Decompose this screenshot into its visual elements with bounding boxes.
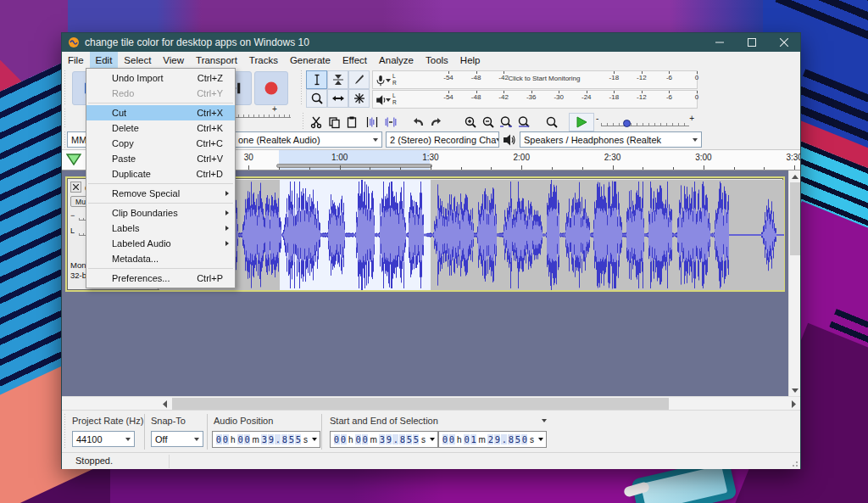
timeline-pin-icon[interactable] bbox=[66, 154, 81, 165]
menu-transport[interactable]: Transport bbox=[190, 52, 243, 68]
playback-device-dropdown[interactable]: Speakers / Headphones (Realtek bbox=[520, 131, 702, 148]
status-text: Stopped. bbox=[75, 455, 113, 466]
track-close-button[interactable] bbox=[70, 182, 81, 193]
bg-top-strip bbox=[51, 0, 805, 32]
zoom-in-button[interactable] bbox=[461, 113, 479, 131]
menu-item-paste[interactable]: PasteCtrl+V bbox=[86, 151, 235, 166]
speed-minus-label: - bbox=[596, 114, 598, 123]
snap-to-dropdown[interactable]: Off bbox=[151, 431, 203, 447]
trim-outside-button[interactable] bbox=[363, 113, 381, 131]
horizontal-scrollbar[interactable] bbox=[62, 396, 800, 410]
meter-microphone-icon bbox=[376, 75, 386, 87]
meter-speaker-icon bbox=[376, 94, 386, 106]
close-button[interactable] bbox=[768, 33, 800, 52]
menu-item-metadata[interactable]: Metadata... bbox=[86, 251, 235, 266]
selection-toolbar: Project Rate (Hz) 44100 Snap-To Off Audi… bbox=[62, 410, 800, 452]
menu-tracks[interactable]: Tracks bbox=[243, 52, 284, 68]
menu-separator bbox=[88, 103, 233, 103]
play-at-speed-button[interactable] bbox=[569, 113, 594, 131]
zoom-toggle-button[interactable] bbox=[542, 113, 560, 131]
menu-separator bbox=[88, 183, 233, 184]
audio-position-field[interactable]: 00h00m39.855s bbox=[212, 431, 320, 448]
timeline-label: 3:30 bbox=[786, 153, 800, 162]
menu-effect[interactable]: Effect bbox=[337, 52, 373, 68]
waveform[interactable] bbox=[159, 180, 784, 290]
scroll-up-arrow[interactable] bbox=[789, 170, 801, 182]
cut-button[interactable] bbox=[307, 113, 325, 131]
envelope-tool-button[interactable] bbox=[327, 70, 348, 89]
menu-item-labeled-audio[interactable]: Labeled Audio bbox=[86, 236, 235, 251]
speaker-icon bbox=[503, 133, 516, 147]
menu-item-redo[interactable]: RedoCtrl+Y bbox=[86, 86, 235, 101]
time-shift-tool-button[interactable] bbox=[327, 89, 348, 108]
menu-edit[interactable]: Edit bbox=[90, 52, 119, 68]
speed-slider-thumb[interactable] bbox=[623, 120, 631, 127]
vertical-scrollbar[interactable] bbox=[788, 170, 800, 396]
audacity-window: change tile color for desktop apps on Wi… bbox=[61, 32, 801, 469]
meter-dropdown-arrow bbox=[386, 98, 391, 102]
recording-channels-dropdown[interactable]: 2 (Stereo) Recording Cha bbox=[386, 131, 499, 148]
menu-separator bbox=[88, 203, 233, 204]
monitoring-message: Click to Start Monitoring bbox=[509, 75, 581, 82]
record-button[interactable] bbox=[254, 71, 288, 105]
menu-view[interactable]: View bbox=[157, 52, 190, 68]
playback-volume-plus: + bbox=[272, 104, 277, 114]
menu-item-labels[interactable]: Labels bbox=[86, 221, 235, 236]
timeline-label: 1:00 bbox=[331, 153, 348, 162]
menu-select[interactable]: Select bbox=[118, 52, 157, 68]
menu-item-undo-import[interactable]: Undo ImportCtrl+Z bbox=[86, 70, 235, 86]
menu-item-remove-special[interactable]: Remove Special bbox=[86, 186, 235, 201]
menu-separator bbox=[88, 268, 233, 269]
minimize-button[interactable] bbox=[704, 33, 736, 52]
selection-start-field[interactable]: 00h00m39.855s bbox=[330, 431, 438, 448]
snap-to-label: Snap-To bbox=[151, 416, 186, 426]
scroll-right-arrow[interactable] bbox=[787, 397, 800, 411]
title-bar[interactable]: change tile color for desktop apps on Wi… bbox=[62, 33, 800, 52]
menu-item-delete[interactable]: DeleteCtrl+K bbox=[86, 120, 235, 136]
draw-tool-button[interactable] bbox=[348, 70, 370, 89]
menu-analyze[interactable]: Analyze bbox=[373, 52, 420, 68]
resize-grip-icon[interactable] bbox=[790, 459, 798, 467]
undo-button[interactable] bbox=[409, 113, 426, 131]
maximize-button[interactable] bbox=[736, 33, 768, 52]
menu-help[interactable]: Help bbox=[454, 52, 487, 68]
window-title: change tile color for desktop apps on Wi… bbox=[85, 36, 309, 48]
edit-menu-dropdown: Undo ImportCtrl+ZRedoCtrl+YCutCtrl+XDele… bbox=[86, 68, 236, 288]
menu-item-duplicate[interactable]: DuplicateCtrl+D bbox=[86, 166, 235, 182]
project-rate-dropdown[interactable]: 44100 bbox=[72, 431, 135, 447]
zoom-selection-button[interactable] bbox=[497, 113, 515, 131]
selection-end-field[interactable]: 00h01m29.850s bbox=[438, 431, 547, 448]
timeline-label: 30 bbox=[244, 153, 253, 162]
redo-button[interactable] bbox=[427, 113, 445, 131]
silence-button[interactable] bbox=[381, 113, 399, 131]
speed-plus-label: + bbox=[689, 114, 694, 123]
zoom-tool-button[interactable] bbox=[306, 89, 327, 108]
timeline-label: 1:30 bbox=[422, 153, 438, 162]
scroll-down-arrow[interactable] bbox=[789, 384, 801, 396]
copy-button[interactable] bbox=[325, 113, 342, 131]
scroll-left-arrow[interactable] bbox=[158, 397, 171, 411]
status-bar: Stopped. bbox=[62, 452, 800, 469]
menu-generate[interactable]: Generate bbox=[284, 52, 337, 68]
play-speed-slider[interactable]: - + bbox=[596, 113, 694, 131]
multi-tool-button[interactable] bbox=[348, 89, 370, 108]
project-rate-label: Project Rate (Hz) bbox=[72, 416, 143, 426]
playback-meter[interactable]: LR-54-48-42-36-30-24-18-12-60 bbox=[372, 90, 698, 109]
recording-meter[interactable]: LR-54-48-42-18-12-60Click to Start Monit… bbox=[372, 70, 698, 89]
timeline-label: 2:00 bbox=[514, 153, 530, 162]
zoom-out-button[interactable] bbox=[479, 113, 497, 131]
menu-item-preferences[interactable]: Preferences...Ctrl+P bbox=[86, 271, 235, 286]
timeline-quickplay-bar[interactable] bbox=[276, 164, 433, 168]
menu-item-cut[interactable]: CutCtrl+X bbox=[86, 105, 235, 120]
audio-position-label: Audio Position bbox=[214, 416, 273, 426]
menu-file[interactable]: File bbox=[62, 52, 90, 68]
zoom-fit-button[interactable] bbox=[515, 113, 532, 131]
meter-dropdown-arrow bbox=[386, 79, 391, 82]
menu-tools[interactable]: Tools bbox=[420, 52, 454, 68]
menu-item-clip-boundaries[interactable]: Clip Boundaries bbox=[86, 205, 235, 221]
selection-mode-dropdown[interactable]: Start and End of Selection bbox=[330, 414, 547, 428]
timeline-label: 3:00 bbox=[695, 153, 711, 162]
menu-item-copy[interactable]: CopyCtrl+C bbox=[86, 136, 235, 151]
paste-button[interactable] bbox=[342, 113, 360, 131]
selection-tool-button[interactable] bbox=[306, 70, 327, 89]
